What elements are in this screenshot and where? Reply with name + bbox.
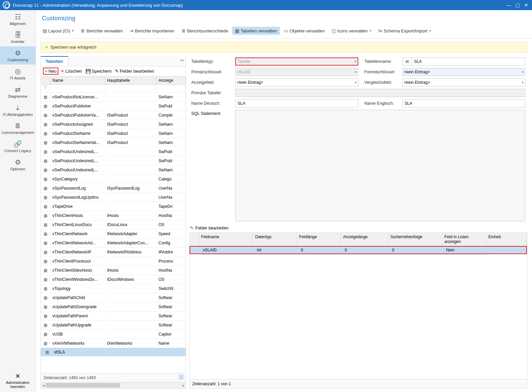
edit-fields-button[interactable]: ✎Felder bearbeiten <box>114 68 155 74</box>
table-row[interactable]: ▦vTapeDriveTapeDri <box>41 202 186 211</box>
table-row[interactable]: ▦vSysCategoryCatego <box>41 175 186 184</box>
fields-grid: Feldname Datentyp Feldlänge Anzeigelänge… <box>189 232 527 389</box>
detail-panel: Tabellentyp: Tabelle▾ Tabellenname: xt <box>189 56 527 389</box>
table-row[interactable]: ▦vThinClientHoststHostsHostNa <box>41 211 186 220</box>
reports-manage-button[interactable]: 🗎Berichte verwalten <box>78 27 125 35</box>
col-feldlaenge[interactable]: Feldlänge <box>297 233 341 246</box>
col-anzeigelaenge[interactable]: Anzeigelänge <box>341 233 388 246</box>
filter-icon[interactable]: ▽ <box>41 85 50 92</box>
filter-main[interactable] <box>105 85 156 92</box>
objects-manage-button[interactable]: ▭Objekte verwalten <box>281 27 328 35</box>
table-row[interactable]: ▦vSwProductPublisherSwPubl <box>41 102 186 111</box>
table-icon: ▦ <box>41 122 50 127</box>
table-row[interactable]: ▦vSwProductUndesiredL...SwNam <box>41 166 186 175</box>
tables-panel: Tabellen ◂ ▸ +Neu ✕Löschen 💾Speichern ✎F… <box>41 56 186 389</box>
chevron-down-icon: ▾ <box>522 81 524 84</box>
exit-admin-button[interactable]: ✕Administration beenden <box>0 369 35 392</box>
tables-manage-button[interactable]: ▦Tabellen verwalten <box>232 27 280 35</box>
check-icon: ✓ <box>45 45 48 50</box>
delete-button[interactable]: ✕Löschen <box>59 68 83 74</box>
table-icon: ▦ <box>41 259 50 264</box>
table-row[interactable]: ▦vXenVMNetworkstXenNetworksName <box>41 339 186 348</box>
table-icon: ▦ <box>41 268 50 273</box>
icons-manage-button[interactable]: ◫Icons verwalten▾ <box>329 27 374 35</box>
table-row[interactable]: ▦vSysPasswordLogtSysPasswordLogUserNa <box>41 184 186 193</box>
col-main[interactable]: Haupttabelle <box>105 76 156 84</box>
save-button[interactable]: 💾Speichern <box>84 68 113 74</box>
close-button[interactable]: ✕ <box>522 2 531 8</box>
reports-diff-button[interactable]: 🗎Berichtsunterschiede <box>178 27 231 35</box>
reports-import-button[interactable]: ⇥Berichte importieren <box>127 27 177 35</box>
tabellentyp-label: Tabellentyp: <box>191 59 235 64</box>
primar-select[interactable]: xSLAID▾ <box>235 68 358 76</box>
table-row[interactable]: ▦vSysPasswordLogUpdInsUserNa <box>41 193 186 202</box>
table-row[interactable]: ▦vSwProductPublisherVa...tSwProductCompl… <box>41 111 186 120</box>
table-row[interactable]: ▦vSwProductsAssignedtSwProductSwNam <box>41 120 186 129</box>
primar-label: Primärschlüssel: <box>191 70 235 74</box>
table-row[interactable]: ▦vUpdatePathChildSoftwar <box>41 293 186 302</box>
plus-icon: + <box>45 69 48 74</box>
layout-button[interactable]: ▤Layout (CI)▾ <box>40 27 76 35</box>
col-einheit[interactable]: Einheit <box>486 233 527 246</box>
col-display[interactable]: Anzeige <box>156 76 186 84</box>
table-row[interactable]: ▦vUpdatePathDowngradeSoftwar <box>41 302 186 312</box>
table-row[interactable]: ▦vSwProductSwNametSwProductSwNam <box>41 129 186 138</box>
table-icon: ▦ <box>41 277 50 282</box>
scroll-right-icon[interactable]: ▸ <box>181 383 186 389</box>
field-row[interactable]: xSLAID Int 0 0 0 Nein <box>190 246 527 254</box>
col-sortier[interactable]: Sortierreihenfolge <box>388 233 442 246</box>
vergleich-select[interactable]: <kein Eintrag>▾ <box>402 78 525 87</box>
sidebar-item-optionen[interactable]: ⚙Optionen <box>0 155 35 174</box>
sidebar-item-connect[interactable]: 🔗Connect Legacy <box>0 137 35 155</box>
scrollbar-thumb[interactable] <box>46 383 120 387</box>
sidebar-item-diagramme[interactable]: ⇄Diagramme <box>0 83 35 101</box>
table-row[interactable]: ▦vThinClientNetworktNetworkAdapterSpeed <box>41 229 186 239</box>
tab-nav-arrows[interactable]: ◂ ▸ <box>180 58 184 62</box>
col-listen[interactable]: Feld in Listen anzeigen <box>442 233 486 246</box>
table-row[interactable]: ▦vSwProductNotLicense...SwNam <box>41 93 186 102</box>
table-row[interactable]: ▦vThinClientWindowsDo...tDocuWindowsOS <box>41 275 186 284</box>
scroll-left-icon[interactable]: ◂ <box>41 383 46 389</box>
table-row[interactable]: ▦vSwProductUndesiredL...SwPubl <box>41 147 186 156</box>
sidebar-item-abhaengigkeiten[interactable]: ⇣IT-Abhängigkeiten <box>0 101 35 119</box>
filter-disp[interactable] <box>156 85 186 92</box>
table-row[interactable]: ▦vSwProductSwNameVal...tSwProductSwNam <box>41 138 186 147</box>
sql-textarea <box>235 110 525 221</box>
table-row[interactable]: ▦vUSBCaptior <box>41 330 186 339</box>
table-row[interactable]: ▦vTopologySwitchN <box>41 284 186 293</box>
maximize-button[interactable]: ▢ <box>513 2 522 8</box>
sidebar-item-allgemein[interactable]: ☷Allgemein <box>0 10 35 28</box>
tab-tabellen[interactable]: Tabellen <box>41 56 68 66</box>
vergleich-label: Vergleichsfeld: <box>358 80 402 85</box>
table-row[interactable]: ▦vThinClientProcessorProcess <box>41 257 186 266</box>
name-en-input[interactable] <box>402 99 525 107</box>
table-row[interactable]: ▦vThinClientNetworkIPtNetworkIPAddressIP… <box>41 248 186 257</box>
sidebar-item-customizing[interactable]: ⚙Customizing <box>0 46 35 65</box>
sidebar-item-lizenz[interactable]: 🗎Lizenzmanagement <box>0 119 35 137</box>
table-row[interactable]: ▦vSwProductUndesiredL...SwPubl <box>41 156 186 166</box>
anzeige-select[interactable]: <kein Eintrag>▾ <box>235 78 358 87</box>
tabellenname-input[interactable] <box>412 57 525 66</box>
table-row[interactable]: ▦xtSLA <box>41 348 186 356</box>
sidebar-item-inventar[interactable]: 🗄Inventar <box>0 28 35 46</box>
table-row[interactable]: ▦vThinClientLinuxDocutDocuLinuxOS <box>41 220 186 229</box>
sidebar-item-itassets[interactable]: ◎IT-Assets <box>0 65 35 83</box>
name-de-input[interactable] <box>235 99 358 107</box>
fields-header: ✎ Felder bearbeiten <box>189 223 527 232</box>
schema-button[interactable]: ⇆Schema Export/Import▾ <box>376 27 434 35</box>
h-scrollbar[interactable]: ◂ ▸ <box>41 382 186 388</box>
tabellenname-prefix: xt <box>402 57 412 66</box>
table-row[interactable]: ▦vThinClientSitesHoststHostsHostNa <box>41 266 186 275</box>
fremd-select[interactable]: <kein Eintrag>▾ <box>402 68 525 76</box>
col-feldname[interactable]: Feldname <box>199 233 253 246</box>
table-row[interactable]: ▦vUpdatePathParentSoftwar <box>41 312 186 321</box>
table-row[interactable]: ▦vUpdatePathUpgradeSoftwar <box>41 321 186 330</box>
col-name[interactable]: Name <box>50 76 105 84</box>
options-icon: ⚙ <box>1 158 35 166</box>
tabellentyp-select[interactable]: Tabelle▾ <box>235 57 358 66</box>
minimize-button[interactable]: — <box>504 2 513 8</box>
filter-name[interactable] <box>50 85 105 92</box>
col-datentyp[interactable]: Datentyp <box>253 233 297 246</box>
table-row[interactable]: ▦vThinClientNetworkAd...tNetworkAdapterC… <box>41 239 186 248</box>
new-button[interactable]: +Neu <box>43 68 58 75</box>
